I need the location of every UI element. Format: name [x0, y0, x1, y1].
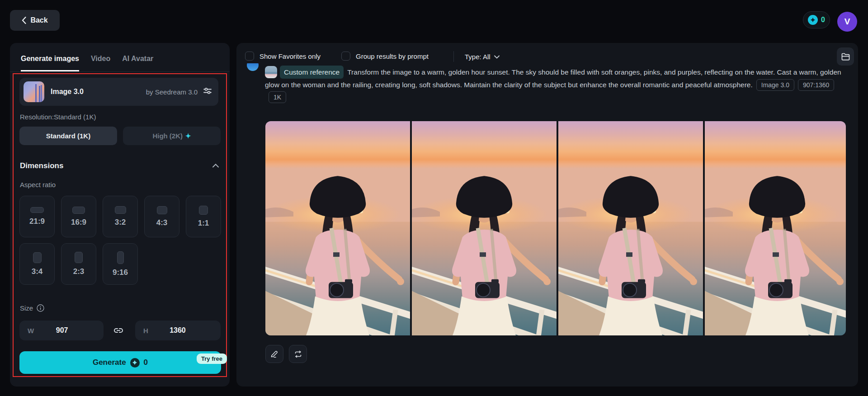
- back-button[interactable]: Back: [10, 10, 60, 31]
- link-dimensions-icon[interactable]: [113, 325, 124, 338]
- ratio-label: 2:3: [73, 267, 85, 276]
- result-actions: [265, 345, 307, 363]
- prompt-text[interactable]: Transform the image to a warm, golden ho…: [265, 68, 841, 89]
- filter-divider: [453, 51, 454, 62]
- model-byline: by Seedream 3.0: [146, 88, 198, 96]
- chevron-down-icon: [494, 55, 500, 59]
- ratio-tile-3-2[interactable]: 3:2: [103, 196, 138, 237]
- show-favorites-filter: Show Favorites only: [245, 52, 321, 61]
- generation-sidebar: Generate images Video AI Avatar Image 3.…: [10, 43, 230, 387]
- generated-image-3[interactable]: [558, 121, 703, 335]
- credits-pill[interactable]: 0: [803, 11, 830, 28]
- assets-folder-button[interactable]: [837, 47, 854, 66]
- prompt-author-avatar: [247, 63, 259, 71]
- ratio-badge: 907:1360: [798, 79, 834, 91]
- aspect-ratio-label: Aspect ratio: [20, 181, 56, 189]
- ratio-tile-9-16[interactable]: 9:16: [103, 243, 138, 285]
- size-label-row: Size: [20, 304, 44, 312]
- width-label: W: [28, 327, 34, 335]
- height-input[interactable]: H 1360: [135, 321, 221, 340]
- avatar-initial: V: [844, 17, 850, 27]
- ratio-tile-16-9[interactable]: 16:9: [61, 196, 96, 237]
- resolution-high-button[interactable]: High (2K) ✦: [123, 127, 221, 145]
- resolution-standard-label: Standard (1K): [46, 132, 90, 140]
- ratio-tile-2-3[interactable]: 2:3: [61, 243, 96, 285]
- aspect-ratio-row-1: 21:9 16:9 3:2 4:3 1:1: [19, 196, 221, 237]
- width-value: 907: [34, 326, 90, 335]
- resolution-badge: 1K: [269, 91, 286, 103]
- ratio-glyph: [199, 206, 208, 215]
- credits-count: 0: [821, 16, 825, 24]
- model-badge: Image 3.0: [756, 79, 794, 91]
- generated-image-2[interactable]: [412, 121, 557, 335]
- type-filter-label: Type: All: [465, 53, 491, 61]
- dimensions-title: Dimensions: [20, 161, 63, 170]
- regenerate-button[interactable]: [289, 345, 307, 363]
- ratio-label: 21:9: [29, 217, 45, 226]
- credit-coin-icon: [808, 15, 818, 25]
- model-name: Image 3.0: [51, 88, 84, 96]
- tab-generate-images[interactable]: Generate images: [21, 55, 79, 71]
- ratio-tile-4-3[interactable]: 4:3: [144, 196, 179, 237]
- resolution-label: Resolution:Standard (1K): [20, 113, 96, 121]
- resolution-high-label: High (2K): [152, 132, 183, 140]
- ratio-glyph: [30, 207, 44, 213]
- model-thumbnail: [24, 81, 44, 102]
- prompt-block: Custom referenceTransform the image to a…: [265, 66, 853, 103]
- generated-images-row: [265, 121, 846, 335]
- ratio-label: 3:2: [115, 218, 126, 227]
- resolution-standard-button[interactable]: Standard (1K): [19, 127, 117, 145]
- ratio-tile-3-4[interactable]: 3:4: [19, 243, 55, 285]
- height-label: H: [143, 327, 148, 335]
- repeat-icon: [294, 350, 302, 358]
- generate-coin-icon: [130, 358, 140, 368]
- aspect-ratio-row-2: 3:4 2:3 9:16: [19, 243, 138, 285]
- model-settings-icon[interactable]: [203, 86, 212, 97]
- generate-cost: 0: [144, 358, 148, 367]
- ratio-glyph: [117, 251, 124, 264]
- pencil-icon: [270, 350, 278, 358]
- group-checkbox[interactable]: [341, 52, 350, 61]
- ratio-glyph: [75, 252, 83, 263]
- edit-prompt-button[interactable]: [265, 345, 283, 363]
- tab-divider: [10, 71, 230, 72]
- ratio-tile-21-9[interactable]: 21:9: [19, 196, 55, 237]
- results-panel: Show Favorites only Group results by pro…: [236, 43, 858, 387]
- chevron-left-icon: [22, 17, 26, 24]
- group-label: Group results by prompt: [356, 52, 429, 60]
- size-label: Size: [20, 304, 33, 312]
- type-filter-dropdown[interactable]: Type: All: [465, 53, 500, 61]
- favorites-label: Show Favorites only: [259, 52, 321, 60]
- ratio-label: 4:3: [156, 218, 168, 227]
- generated-image-1[interactable]: [265, 121, 410, 335]
- reference-image-thumbnail[interactable]: [265, 66, 277, 78]
- sidebar-tabs: Generate images Video AI Avatar: [21, 55, 153, 71]
- ratio-glyph: [115, 206, 126, 214]
- ratio-glyph: [157, 206, 167, 214]
- info-icon[interactable]: [37, 304, 44, 312]
- ratio-label: 16:9: [71, 218, 86, 227]
- generate-button[interactable]: Generate 0: [19, 351, 221, 374]
- tab-video[interactable]: Video: [91, 55, 110, 71]
- chevron-up-icon[interactable]: [212, 161, 219, 170]
- back-label: Back: [30, 16, 47, 24]
- sparkle-icon: ✦: [185, 132, 191, 140]
- ratio-tile-1-1[interactable]: 1:1: [186, 196, 221, 237]
- user-avatar[interactable]: V: [837, 12, 857, 32]
- custom-reference-tag: Custom reference: [280, 66, 344, 79]
- tab-ai-avatar[interactable]: AI Avatar: [122, 55, 153, 71]
- ratio-label: 3:4: [32, 267, 43, 276]
- generate-label: Generate: [93, 358, 126, 367]
- try-free-badge: Try free: [197, 354, 227, 364]
- ratio-label: 9:16: [113, 268, 128, 277]
- favorites-checkbox[interactable]: [245, 52, 254, 61]
- ratio-glyph: [33, 252, 42, 263]
- generated-image-4[interactable]: [705, 121, 846, 335]
- ratio-label: 1:1: [198, 219, 209, 228]
- folder-icon: [841, 53, 850, 61]
- height-value: 1360: [148, 326, 207, 335]
- group-results-filter: Group results by prompt: [341, 52, 429, 61]
- ratio-glyph: [72, 207, 85, 214]
- model-selector[interactable]: Image 3.0 by Seedream 3.0: [19, 78, 218, 106]
- width-input[interactable]: W 907: [19, 321, 104, 340]
